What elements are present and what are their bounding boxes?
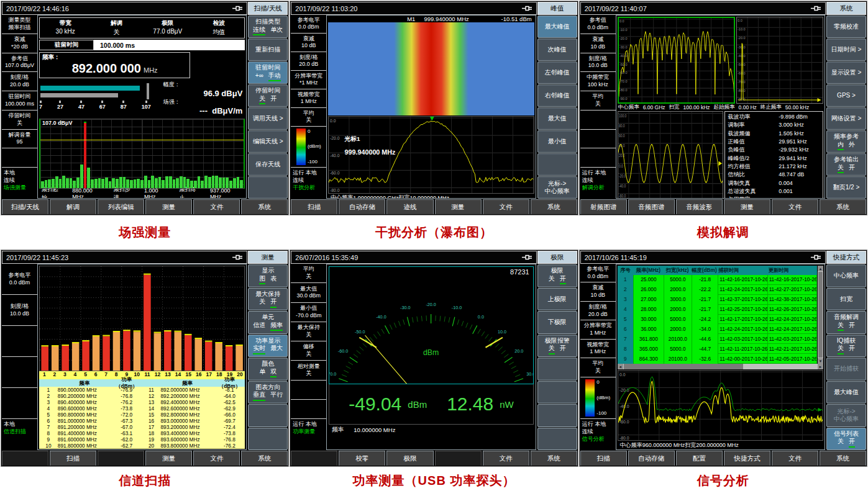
bottom-扫描/天线[interactable]: 扫描/天线 [2, 199, 48, 214]
softkey-最大峰值[interactable]: 最大峰值 [826, 381, 866, 404]
bottom-测量[interactable]: 测量 [145, 451, 192, 466]
softkey-频率参考[interactable]: 频率参考内外 [826, 130, 866, 153]
bottom-迹线[interactable]: 迹线 [386, 199, 433, 214]
bottom-校零[interactable]: 校零 [339, 451, 385, 466]
bottom-系统[interactable]: 系统 [820, 451, 866, 466]
softkey-GPS[interactable]: GPS > [826, 84, 866, 107]
sidebar-中频带宽: 中频带宽100 kHz [580, 72, 616, 91]
bottom-扫描[interactable]: 扫描 [50, 451, 96, 466]
softkey-编辑天线[interactable]: 编辑天线 > [248, 130, 288, 153]
bottom-音频图谱[interactable]: 音频图谱 [628, 199, 675, 214]
setting-解调: 解调关 [91, 19, 142, 37]
sidebar-偏移: 偏移关 [291, 341, 326, 361]
bottom-文件[interactable]: 文件 [483, 451, 529, 466]
bottom-文件[interactable]: 文件 [772, 451, 818, 466]
scan-bar [70, 178, 73, 188]
bottom-系统[interactable]: 系统 [531, 199, 577, 214]
measurement-载波功率: 载波功率-9.898 dBm [728, 113, 820, 121]
softkey-调用天线[interactable]: 调用天线 > [248, 107, 288, 130]
status-block: 运行 本地连续干扰分析 [291, 168, 326, 199]
softkey-扫宽[interactable]: 扫宽 [826, 288, 866, 311]
signal-row[interactable]: 125.0005000.0-21.811-42-16-2017-10-2611-… [618, 275, 817, 285]
bottom-自动存储[interactable]: 自动存储 [339, 199, 385, 214]
sidebar: 测量类型频率扫描衰减*20 dB参考值107.0 dBμV刻度/格20.0 dB… [2, 15, 37, 199]
softkey-日期时间[interactable]: 日期时间 > [826, 38, 866, 61]
softkey-扫描类型[interactable]: 扫描类型连续单次 [248, 16, 288, 38]
bottom-射频图谱[interactable]: 射频图谱 [580, 199, 627, 214]
softkey-显示[interactable]: 显示图表 [248, 264, 288, 287]
softkey-图表方向[interactable]: 图表方向垂直平行 [248, 381, 288, 404]
softkey-最大值[interactable]: 最大值 [537, 107, 577, 130]
softkey-单元[interactable]: 单元信道频率 [248, 311, 288, 334]
bottom-极限[interactable]: 极限 [386, 451, 433, 466]
bottom-文件[interactable]: 文件 [193, 451, 240, 466]
bottom-配置[interactable]: 配置 [676, 451, 723, 466]
softkey-上极限[interactable]: 上极限 [537, 288, 577, 311]
measurement-均方根值: 均方根值21.172 kHz [728, 163, 820, 171]
softkey-最大峰值[interactable]: 最大峰值 [537, 16, 577, 38]
bottom-测量[interactable]: 测量 [724, 199, 770, 214]
softkey-中心频率[interactable]: 中心频率 [826, 264, 866, 287]
bottom-自动存储[interactable]: 自动存储 [628, 451, 675, 466]
softkey-光标-[interactable]: 光标->中心频率 [537, 176, 577, 199]
softkey-最小值[interactable]: 最小值 [537, 130, 577, 153]
softkey-重新扫描[interactable]: 重新扫描 [248, 38, 288, 61]
scan-bar [201, 181, 204, 188]
bottom-测量[interactable]: 测量 [145, 199, 192, 214]
softkey-IQ捕获[interactable]: IQ捕获关开 [826, 335, 866, 358]
softkey-下极限[interactable]: 下极限 [537, 311, 577, 334]
bottom-快捷方式[interactable]: 快捷方式 [724, 451, 770, 466]
titlebar: 2017/09/22 11:45:23 [2, 251, 247, 264]
bottom-解调[interactable]: 解调 [50, 199, 96, 214]
softkey-驻留时间[interactable]: 驻留时间+∞手动 [248, 61, 288, 84]
signal-row[interactable]: 530.0005000.0-24.211-42-17-2017-10-2611-… [618, 315, 817, 325]
sidebar: 参考电平0.0 dBm刻度/格10.0 dB本地信道扫描 [2, 264, 37, 450]
scan-bar [98, 178, 101, 188]
signal-row[interactable]: 226.0002000.0-22.211-42-24-2017-10-2611-… [618, 285, 817, 295]
sidebar-视频带宽: 视频带宽1 MHz [291, 89, 326, 108]
bottom-系统[interactable]: 系统 [531, 451, 577, 466]
bottom-文件[interactable]: 文件 [483, 199, 529, 214]
bottom-扫描[interactable]: 扫描 [291, 199, 337, 214]
horizontal-scrollbar[interactable]: ◄► [618, 364, 823, 369]
bottom-文件[interactable]: 文件 [193, 199, 240, 214]
softkey-左邻峰值[interactable]: 左邻峰值 [537, 61, 577, 84]
softkey-零频校准[interactable]: 零频校准 [826, 16, 866, 38]
softkey-网络设置[interactable]: 网络设置 > [826, 107, 866, 130]
datetime: 2017/09/22 11:03:20 [295, 5, 521, 12]
signal-row[interactable]: 8365.0005000.0-44.711-42-11-2017-10-2611… [618, 344, 817, 354]
softkey-极限[interactable]: 极限关开 [537, 264, 577, 287]
vertical-scrollbar[interactable]: ▲▼ [818, 266, 823, 364]
softkey-最大保持[interactable]: 最大保持关开 [248, 288, 288, 311]
bottom-音频波形[interactable]: 音频波形 [676, 199, 723, 214]
dwell-time-input[interactable]: 100.000 ms [94, 40, 245, 50]
signal-row[interactable]: 428.0002000.0-21.711-42-25-2017-10-2611-… [618, 305, 817, 315]
sidebar-参考值: 参考值0.0 dBm [580, 15, 616, 34]
softkey-功率显示[interactable]: 功率显示实时最大 [248, 335, 288, 358]
bottom-系统[interactable]: 系统 [241, 199, 288, 214]
softkey-参考输出[interactable]: 参考输出关开 [826, 153, 866, 176]
bottom-扫描[interactable]: 扫描 [580, 451, 627, 466]
softkey-停留时间[interactable]: 停留时间关开 [248, 84, 288, 107]
signal-row[interactable]: 9864.30020100.0-32.611-42-00-2017-10-261… [618, 354, 817, 364]
usb-icon [811, 6, 821, 11]
softkey-极限报警[interactable]: 极限报警关开 [537, 335, 577, 358]
bottom-文件[interactable]: 文件 [772, 199, 818, 214]
softkey-翻页1/2[interactable]: 翻页1/2 > [826, 176, 866, 199]
softkey-信号列表[interactable]: 信号列表关开 [826, 428, 866, 451]
softkey-颜色[interactable]: 颜色单双 [248, 358, 288, 381]
signal-row[interactable]: 636.0002000.0-34.011-42-24-2017-10-2611-… [618, 324, 817, 334]
signal-row[interactable]: 7361.80020100.0-44.611-42-03-2017-10-261… [618, 334, 817, 344]
softkey-右邻峰值[interactable]: 右邻峰值 [537, 84, 577, 107]
softkey-menu: 极限极限关开上极限下极限极限报警关开 [537, 251, 577, 450]
softkey-保存天线[interactable]: 保存天线 [248, 153, 288, 176]
softkey-次峰值[interactable]: 次峰值 [537, 38, 577, 61]
bottom-测量[interactable]: 测量 [435, 199, 482, 214]
bottom-系统[interactable]: 系统 [241, 451, 288, 466]
bottom-列表编辑[interactable]: 列表编辑 [98, 199, 144, 214]
level-readouts: 幅度： 96.9 dBμV 场强： --- dBμV/m [152, 81, 245, 117]
softkey-音频解调[interactable]: 音频解调关开 [826, 311, 866, 334]
bottom-系统[interactable]: 系统 [820, 199, 866, 214]
softkey-显示设置[interactable]: 显示设置 > [826, 61, 866, 84]
signal-row[interactable]: 327.0003000.0-21.711-42-37-2017-10-2611-… [618, 295, 817, 305]
